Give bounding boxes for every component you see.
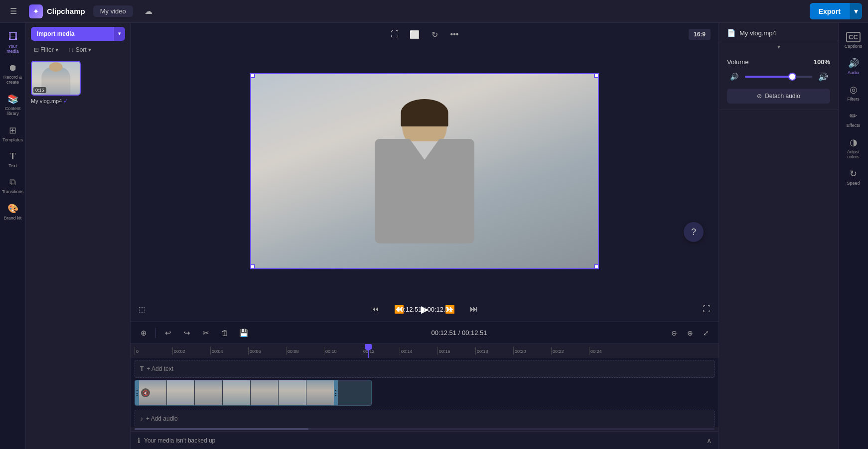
rotate-icon[interactable]: ↻ (427, 26, 442, 42)
time-separator: / (424, 306, 426, 313)
add-audio-label: + Add audio (146, 415, 178, 422)
help-button[interactable]: ? (684, 222, 704, 242)
sidebar-item-templates[interactable]: ⊞ Templates (1, 121, 25, 146)
detach-audio-icon: ⊘ (757, 93, 762, 100)
caption-bottom-icon[interactable]: ⬚ (139, 305, 145, 313)
skip-forward-button[interactable]: ⏭ (466, 301, 482, 317)
center-area: ⛶ ⬜ ↻ ••• 16:9 (131, 23, 719, 449)
aspect-ratio-badge[interactable]: 16:9 (689, 29, 711, 40)
detach-audio-button[interactable]: ⊘ Detach audio (727, 89, 830, 104)
sidebar-item-filters[interactable]: ◎ Filters (840, 80, 868, 106)
video-track: ⋮ 🔇 ⋮ (135, 380, 715, 406)
right-panel-collapse[interactable]: ▾ (719, 41, 838, 52)
templates-icon: ⊞ (9, 125, 16, 136)
sidebar-item-record-create[interactable]: ⏺ Record & create (1, 59, 25, 89)
video-toolbar-icons: ⛶ ⬜ ↻ ••• (387, 26, 462, 42)
corner-handle-br[interactable] (594, 264, 599, 269)
import-media-dropdown[interactable]: ▾ (114, 27, 125, 41)
crop-icon[interactable]: ⛶ (387, 26, 403, 42)
sort-chevron: ▾ (88, 46, 91, 53)
delete-button[interactable]: 🗑 (218, 326, 232, 340)
sidebar-item-content-library[interactable]: 📚 Content library (1, 90, 25, 120)
media-grid: 0:15 My vlog.mp4 ✓ (26, 58, 130, 108)
redo-button[interactable]: ↪ (180, 326, 194, 340)
clip-right-handle[interactable]: ⋮ (334, 380, 338, 405)
export-button[interactable]: Export (810, 3, 850, 19)
magnet-tool[interactable]: ⊕ (137, 326, 150, 340)
scrollbar-thumb[interactable] (135, 428, 308, 430)
undo-button[interactable]: ↩ (161, 326, 175, 340)
sidebar-item-brand-kit[interactable]: 🎨 Brand kit (1, 199, 25, 224)
corner-handle-tr[interactable] (594, 73, 599, 78)
add-text-track[interactable]: T + Add text (135, 360, 715, 378)
sidebar-item-audio[interactable]: 🔊 Audio 🤚 (840, 54, 868, 79)
sort-label: Sort (76, 46, 87, 53)
hamburger-menu-icon[interactable]: ☰ (6, 4, 21, 19)
fullscreen-button[interactable]: ⛶ (703, 305, 711, 314)
time-total: 00:12.51 (427, 306, 452, 313)
backup-close-button[interactable]: ∧ (707, 437, 712, 445)
more-options-icon[interactable]: ••• (446, 26, 462, 42)
tick-9: 00:18 (475, 347, 513, 355)
add-audio-track[interactable]: ♪ + Add audio (135, 410, 715, 427)
detach-audio-label: Detach audio (765, 93, 800, 100)
content-library-icon: 📚 (7, 94, 18, 105)
volume-speaker-button[interactable]: 🔊 (727, 70, 741, 84)
export-dropdown-arrow[interactable]: ▾ (850, 3, 862, 19)
sidebar-item-your-media[interactable]: 🎞 Your media (1, 28, 25, 58)
sidebar-item-text[interactable]: T Text (1, 147, 25, 172)
video-clip[interactable]: ⋮ 🔇 ⋮ (135, 380, 372, 406)
media-thumb-item[interactable]: 0:15 My vlog.mp4 ✓ (31, 61, 81, 105)
import-media-button[interactable]: Import media (31, 27, 114, 41)
frame-5 (251, 380, 278, 405)
timeline-area: ⊕ ↩ ↪ ✂ 🗑 💾 00:12.51 / 00:12.51 ⊖ ⊕ ⤢ (131, 322, 719, 431)
mute-icon[interactable]: 🔇 (141, 388, 150, 397)
expand-button[interactable]: ⤢ (700, 327, 713, 339)
sidebar-item-effects[interactable]: ✏ Effects (840, 107, 868, 132)
filter-label: Filter (40, 46, 54, 53)
speed-icon: ↻ (850, 168, 857, 179)
video-frame (250, 73, 599, 269)
sidebar-item-transitions[interactable]: ⧉ Transitions (1, 173, 25, 198)
timeline-content: 0 00:02 00:04 00:06 00:08 00:10 00:12 00… (131, 344, 719, 427)
media-filter-sort: ⊟ Filter ▾ ↑↓ Sort ▾ (26, 45, 130, 58)
volume-title: Volume (727, 58, 748, 66)
my-video-tab[interactable]: My video (93, 5, 133, 17)
right-sidebar: CC Captions 🔊 Audio 🤚 ◎ Filters ✏ Effect… (838, 23, 868, 449)
adjust-colors-label: Adjust colors (842, 149, 866, 159)
corner-handle-tl[interactable] (250, 73, 255, 78)
tick-7: 00:14 (400, 347, 437, 355)
volume-mute-button[interactable]: 🔊 (816, 70, 830, 84)
cut-button[interactable]: ✂ (199, 326, 213, 340)
sidebar-item-captions[interactable]: CC Captions (840, 28, 868, 53)
zoom-out-button[interactable]: ⊖ (668, 327, 681, 339)
tick-0: 0 (135, 347, 172, 355)
duration-badge: 0:15 (33, 87, 46, 93)
templates-label: Templates (2, 137, 23, 142)
corner-handle-bl[interactable] (250, 264, 255, 269)
frame-7 (306, 380, 334, 405)
save-button[interactable]: 💾 (237, 326, 251, 340)
skip-back-button[interactable]: ⏮ (367, 301, 383, 317)
your-media-label: Your media (3, 44, 23, 54)
timeline-toolbar: ⊕ ↩ ↪ ✂ 🗑 💾 00:12.51 / 00:12.51 ⊖ ⊕ ⤢ (131, 322, 719, 344)
tick-4: 00:08 (286, 347, 324, 355)
caption-icon[interactable]: ⬜ (407, 26, 423, 42)
sort-button[interactable]: ↑↓ Sort ▾ (65, 45, 94, 55)
sidebar-item-speed[interactable]: ↻ Speed (840, 164, 868, 190)
video-toolbar: ⛶ ⬜ ↻ ••• 16:9 (131, 23, 719, 46)
sidebar-item-adjust-colors[interactable]: ◑ Adjust colors (840, 133, 868, 163)
volume-slider-fill (745, 76, 792, 78)
tick-5: 00:10 (324, 347, 362, 355)
check-icon: ✓ (63, 98, 68, 105)
zoom-in-button[interactable]: ⊕ (684, 327, 697, 339)
playhead[interactable] (368, 344, 369, 358)
video-preview: ? (131, 46, 719, 297)
filter-button[interactable]: ⊟ Filter ▾ (31, 45, 61, 55)
timeline-scrollbar[interactable] (131, 427, 719, 431)
right-panel-header: 📄 My vlog.mp4 (719, 23, 838, 41)
clip-left-handle[interactable]: ⋮ (135, 380, 139, 405)
volume-slider-thumb[interactable] (789, 74, 795, 80)
cloud-icon[interactable]: ☁ (141, 4, 156, 19)
volume-slider[interactable] (745, 76, 812, 78)
